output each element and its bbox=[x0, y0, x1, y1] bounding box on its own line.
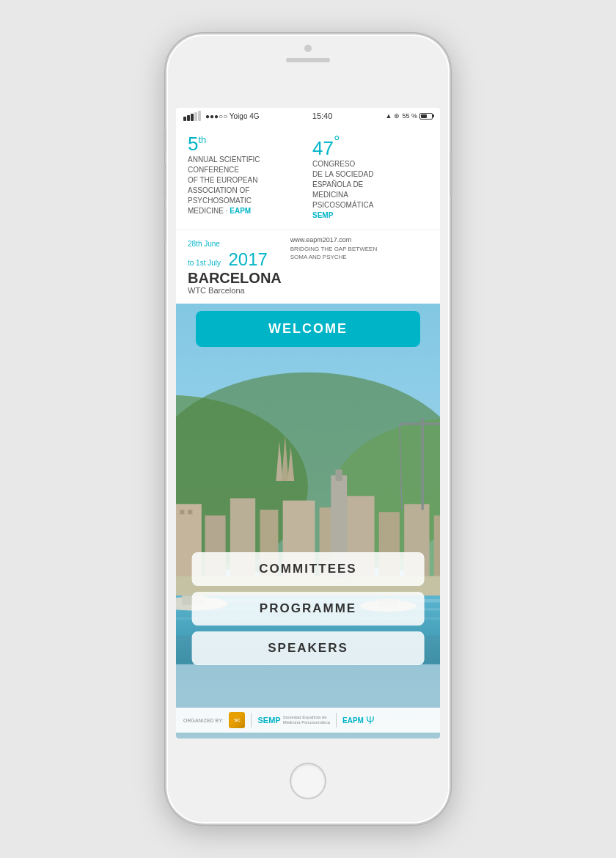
status-time: 15:40 bbox=[312, 111, 333, 120]
bluetooth-icon: ⊛ bbox=[394, 112, 400, 120]
committees-button[interactable]: COMMITTEES bbox=[192, 552, 425, 586]
mute-switch bbox=[164, 130, 166, 152]
city-name: BARCELONA bbox=[188, 270, 282, 286]
home-button[interactable] bbox=[290, 763, 326, 799]
logo-divider-1 bbox=[251, 713, 252, 727]
congreso-number: 47° bbox=[312, 134, 428, 158]
eapm-logo-text: EAPM bbox=[342, 716, 364, 725]
nav-buttons: COMMITTEES PROGRAMME SPEAKERS bbox=[192, 552, 425, 665]
logo-divider-2 bbox=[336, 713, 337, 727]
organized-by-label: ORGANIZED BY: bbox=[183, 718, 223, 723]
tagline: BRIDGING THE GAP BETWEENSOMA AND PSYCHE bbox=[290, 245, 428, 261]
front-camera bbox=[304, 45, 312, 52]
battery-percent: 55 % bbox=[402, 112, 417, 120]
status-carrier: ●●●○○ Yoigo 4G bbox=[183, 111, 260, 121]
carrier-name: ●●●○○ Yoigo 4G bbox=[205, 112, 260, 120]
welcome-button[interactable]: WELCOME bbox=[196, 311, 420, 347]
earpiece bbox=[286, 58, 330, 62]
app-content: 5th ANNUAL SCIENTIFIC CONFERENCE OF THE … bbox=[176, 124, 440, 738]
conference-title: ANNUAL SCIENTIFIC CONFERENCE OF THE EURO… bbox=[188, 155, 304, 216]
footer-logos: ORGANIZED BY: SC SEMP Sociedad Española … bbox=[176, 708, 440, 733]
volume-down-button bbox=[164, 207, 166, 242]
congreso-title: CONGRESO DE LA SOCIEDAD ESPAÑOLA DE MEDI… bbox=[312, 159, 428, 221]
power-button bbox=[450, 152, 452, 196]
signal-dots bbox=[183, 111, 201, 121]
semp-full-text: Sociedad Española deMedicina Psicosomáti… bbox=[283, 715, 330, 725]
top-bezel bbox=[166, 34, 450, 108]
status-bar: ●●●○○ Yoigo 4G 15:40 ▲ ⊛ 55 % bbox=[176, 108, 440, 124]
conference-number: 5th bbox=[188, 134, 304, 153]
bottom-bezel bbox=[166, 738, 450, 824]
website-block: www.eapm2017.com BRIDGING THE GAP BETWEE… bbox=[290, 236, 428, 295]
welcome-button-container: WELCOME bbox=[196, 311, 420, 347]
date-range: 28th June to 1st July 2017 bbox=[188, 236, 282, 270]
city-background bbox=[176, 304, 440, 738]
date-block: 28th June to 1st July 2017 BARCELONA WTC… bbox=[188, 236, 282, 295]
phone-device: ●●●○○ Yoigo 4G 15:40 ▲ ⊛ 55 % 5th bbox=[165, 33, 451, 825]
conference-left: 5th ANNUAL SCIENTIFIC CONFERENCE OF THE … bbox=[188, 134, 304, 221]
phone-screen: ●●●○○ Yoigo 4G 15:40 ▲ ⊛ 55 % 5th bbox=[176, 108, 440, 738]
website-url: www.eapm2017.com bbox=[290, 236, 428, 243]
psi-icon: Ψ bbox=[366, 714, 375, 726]
date-venue-section: 28th June to 1st July 2017 BARCELONA WTC… bbox=[176, 230, 440, 304]
semp-logo-text: SEMP bbox=[257, 716, 280, 725]
volume-up-button bbox=[164, 163, 166, 198]
battery-icon bbox=[419, 113, 433, 120]
societat-logo-icon: SC bbox=[229, 712, 245, 728]
congreso-right: 47° CONGRESO DE LA SOCIEDAD ESPAÑOLA DE … bbox=[312, 134, 428, 221]
city-section: WELCOME COMMITTEES PROGRAMME SPEAKERS OR… bbox=[176, 304, 440, 738]
conference-info-section: 5th ANNUAL SCIENTIFIC CONFERENCE OF THE … bbox=[176, 124, 440, 230]
societat-logo: SC bbox=[229, 712, 245, 728]
eapm-logo: EAPM Ψ bbox=[342, 714, 375, 726]
speakers-button[interactable]: SPEAKERS bbox=[192, 631, 425, 665]
venue-name: WTC Barcelona bbox=[188, 286, 282, 295]
status-right: ▲ ⊛ 55 % bbox=[386, 112, 433, 120]
semp-logo: SEMP Sociedad Española deMedicina Psicos… bbox=[257, 715, 330, 725]
location-icon: ▲ bbox=[386, 112, 392, 120]
programme-button[interactable]: PROGRAMME bbox=[192, 592, 425, 626]
